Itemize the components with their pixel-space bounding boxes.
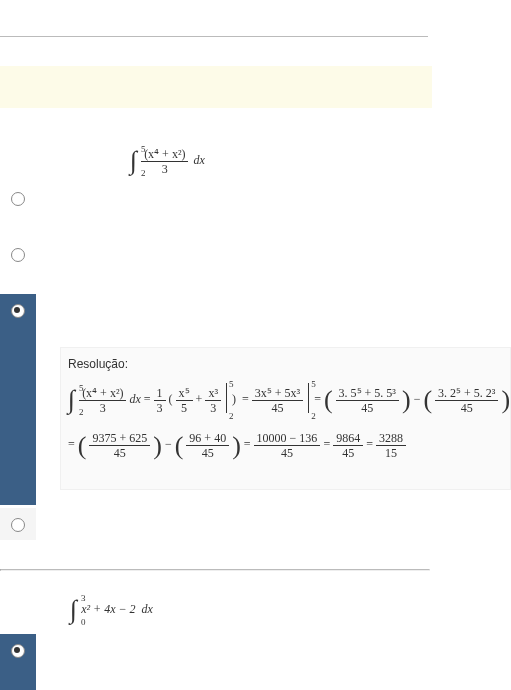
resolution-line-1: ∫ 5 2 (x⁴ + x²)3 dx = 13 ( x⁵5 + x³3 52 … bbox=[68, 383, 503, 417]
option-a-selected[interactable] bbox=[0, 634, 36, 690]
radio-icon bbox=[11, 304, 25, 318]
option-d[interactable] bbox=[0, 508, 36, 540]
upper-limit: 5 bbox=[141, 144, 146, 154]
dx: dx bbox=[142, 602, 153, 616]
answer-options-q1-cont bbox=[0, 508, 36, 540]
radio-icon bbox=[11, 518, 25, 532]
integral-sign: ∫ 5 2 bbox=[130, 146, 137, 176]
option-a[interactable] bbox=[0, 182, 36, 238]
lower-limit: 0 bbox=[81, 617, 86, 627]
divider bbox=[0, 36, 428, 37]
integral-sign: ∫ 5 2 bbox=[68, 385, 75, 415]
answer-options-q2 bbox=[0, 634, 36, 690]
page: ∫ 5 2 (x⁴ + x²) 3 dx Resolução: ∫ 5 2 (x… bbox=[0, 0, 511, 690]
integrand-fraction: (x⁴ + x²) 3 bbox=[141, 147, 188, 176]
resolution-panel: Resolução: ∫ 5 2 (x⁴ + x²)3 dx = 13 ( x⁵… bbox=[60, 347, 511, 490]
lower-limit: 2 bbox=[141, 168, 146, 178]
option-c-selected[interactable] bbox=[0, 294, 36, 505]
radio-icon bbox=[11, 644, 25, 658]
highlight-band bbox=[0, 66, 432, 108]
option-b[interactable] bbox=[0, 238, 36, 294]
question-1-expression: ∫ 5 2 (x⁴ + x²) 3 dx bbox=[130, 146, 205, 176]
radio-icon bbox=[11, 248, 25, 262]
radio-icon bbox=[11, 192, 25, 206]
dx: dx bbox=[193, 153, 204, 167]
upper-limit: 3 bbox=[81, 593, 86, 603]
answer-options-q1 bbox=[0, 182, 36, 505]
question-2-expression: ∫ 3 0 x² + 4x − 2 dx bbox=[70, 595, 153, 625]
resolution-label: Resolução: bbox=[68, 357, 503, 371]
divider bbox=[0, 569, 430, 571]
integrand: x² + 4x − 2 bbox=[81, 602, 135, 616]
integral-sign: ∫ 3 0 bbox=[70, 595, 77, 625]
resolution-line-2: = ( 9375 + 62545 ) − ( 96 + 4045 ) = 100… bbox=[68, 431, 503, 460]
